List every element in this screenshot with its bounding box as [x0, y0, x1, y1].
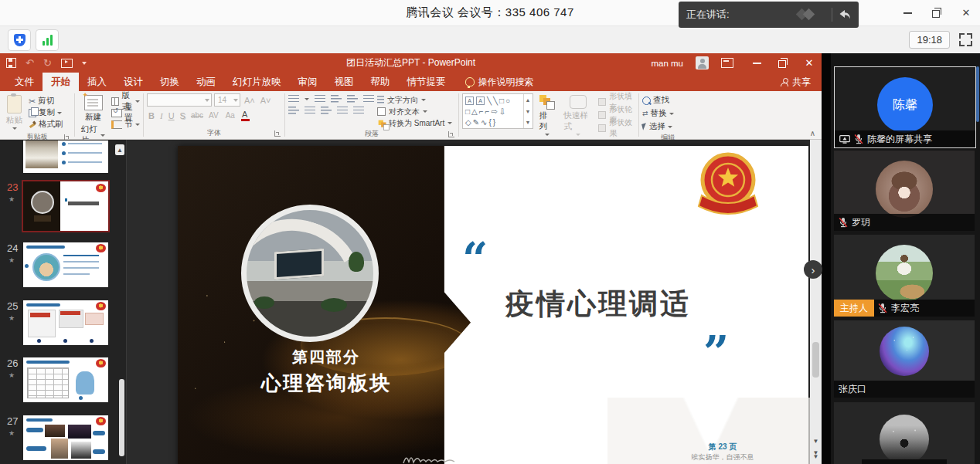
participant-tile-lihongliang[interactable]: 主持人 李宏亮 [834, 235, 975, 317]
collapse-panel-chevron[interactable]: › [804, 260, 822, 279]
tab-view[interactable]: 视图 [326, 73, 362, 91]
scrollbar-thumb[interactable] [812, 342, 819, 378]
slideshow-icon[interactable] [61, 59, 73, 68]
ribbon-display-options-icon[interactable] [721, 58, 733, 68]
line-spacing-icon[interactable] [363, 95, 374, 103]
slide-section-label[interactable]: 第四部分 [195, 347, 458, 367]
bullets-icon[interactable] [288, 95, 299, 103]
find-button[interactable]: 查找 [642, 95, 669, 106]
security-shield-button[interactable] [8, 29, 31, 51]
tell-me-search[interactable]: 操作说明搜索 [465, 73, 534, 91]
underline-button[interactable]: U [167, 111, 176, 120]
slide-main-title[interactable]: 疫情心理调适 [505, 285, 691, 323]
thumbnails-scroll-up[interactable]: ▲ [115, 144, 124, 155]
font-color-button[interactable]: A [240, 110, 250, 121]
align-center-icon[interactable] [305, 107, 315, 115]
qat-dropdown-icon[interactable] [82, 62, 87, 65]
thumbnails-scrollbar[interactable] [119, 379, 124, 456]
shrink-font-button[interactable]: A˅ [259, 96, 273, 105]
smartart-button[interactable]: 转换为 SmartArt [377, 118, 452, 128]
replace-button[interactable]: ⇄替换 [642, 108, 674, 119]
tab-storyboard[interactable]: 情节提要 [399, 73, 454, 91]
italic-button[interactable]: I [158, 111, 165, 120]
columns-icon[interactable] [353, 107, 364, 115]
save-icon[interactable] [6, 58, 16, 68]
tab-slideshow[interactable]: 幻灯片放映 [224, 73, 290, 91]
participants-scrollbar[interactable] [976, 66, 979, 122]
font-dialog-launcher[interactable] [274, 130, 281, 137]
minimize-button[interactable] [901, 7, 914, 19]
section-button[interactable]: 节 [111, 119, 140, 130]
reset-button[interactable]: 重置 [111, 107, 140, 118]
ppt-restore-button[interactable] [777, 57, 789, 69]
bold-button[interactable]: B [147, 111, 156, 120]
share-button[interactable]: 共享 [781, 73, 811, 91]
tab-transitions[interactable]: 切换 [151, 73, 188, 91]
text-direction-button[interactable]: 文字方向 [377, 95, 452, 105]
align-text-button[interactable]: 对齐文本 [377, 107, 452, 117]
fullscreen-icon[interactable] [959, 33, 972, 46]
arrange-button[interactable]: 排列 [536, 93, 558, 137]
close-button[interactable] [960, 7, 972, 19]
tab-home[interactable]: 开始 [43, 73, 79, 91]
change-case-button[interactable]: Aa [224, 111, 238, 120]
numbering-icon[interactable] [315, 95, 325, 103]
now-speaking-banner[interactable]: 正在讲话: [679, 2, 859, 28]
undo-icon[interactable] [26, 57, 34, 69]
ppt-minimize-button[interactable] [750, 57, 763, 69]
slide-canvas[interactable]: 第四部分 心理咨询板块 “ 疫情心理调适 ” [178, 146, 808, 464]
thumbnail-slide-25[interactable] [23, 300, 108, 345]
next-slide-button[interactable]: ▼▼ [810, 451, 822, 459]
return-arrow-icon[interactable] [839, 9, 851, 20]
thumbnail-slide-22-partial[interactable] [23, 141, 108, 173]
decrease-indent-icon[interactable] [331, 95, 342, 103]
thumbnail-slide-23[interactable] [23, 181, 108, 231]
paste-button[interactable]: 粘贴 [3, 93, 26, 131]
restore-button[interactable] [931, 7, 943, 19]
ppt-close-button[interactable] [803, 57, 815, 69]
participant-name: 张庆口 [839, 383, 866, 396]
collapse-ribbon-icon[interactable]: ∧ [810, 129, 815, 137]
slide-section-title[interactable]: 心理咨询板块 [195, 370, 458, 397]
tab-review[interactable]: 审阅 [290, 73, 326, 91]
font-size-select[interactable]: 14 [214, 93, 240, 107]
tab-animations[interactable]: 动画 [188, 73, 224, 91]
participant-tile-luoyue[interactable]: 罗玥 [834, 151, 975, 231]
tab-insert[interactable]: 插入 [79, 73, 115, 91]
shapes-scroll[interactable]: ▲▼▼ [523, 94, 533, 128]
thumbnail-slide-26[interactable] [23, 357, 108, 402]
network-signal-button[interactable] [36, 29, 59, 51]
align-left-icon[interactable] [288, 107, 299, 115]
paragraph-dialog-launcher[interactable] [448, 131, 454, 137]
section-icon [111, 120, 122, 129]
justify-icon[interactable] [337, 107, 348, 115]
tab-file[interactable]: 文件 [6, 73, 43, 91]
shapes-gallery[interactable]: AA╲╲□○ □△⌐⌐⇨⇩ ◇✎∿{} ▲▼▼ [462, 93, 533, 129]
tab-design[interactable]: 设计 [115, 73, 151, 91]
format-painter-button[interactable]: 格式刷 [29, 119, 63, 130]
tab-help[interactable]: 帮助 [362, 73, 399, 91]
thumbnail-slide-24[interactable] [23, 242, 108, 287]
scroll-down-arrow[interactable]: ▼ [810, 438, 822, 445]
character-spacing-button[interactable]: AV [207, 111, 222, 120]
cut-button[interactable]: 剪切 [29, 96, 63, 107]
participant-tile-chenxin[interactable]: 陈馨 陈馨的屏幕共享 [834, 66, 976, 148]
copy-button[interactable]: 复制 [29, 107, 63, 118]
participant-tile-partial[interactable] [834, 402, 975, 464]
shape-effects-button[interactable]: 形状效果 [598, 123, 635, 134]
strikethrough-button[interactable]: abc [189, 111, 205, 120]
increase-indent-icon[interactable] [347, 95, 358, 103]
ppt-vertical-scrollbar[interactable]: › ▼ ▼▼ [810, 140, 822, 464]
account-avatar[interactable] [696, 56, 709, 69]
font-name-select[interactable] [147, 93, 212, 107]
account-name[interactable]: man mu [651, 59, 683, 68]
select-button[interactable]: 选择 [642, 121, 672, 132]
text-shadow-button[interactable]: S [179, 111, 187, 120]
slide-page-number: 第 23 页 [672, 442, 773, 452]
quick-styles-button[interactable]: 快速样式 [561, 93, 595, 137]
redo-icon[interactable] [43, 57, 52, 69]
align-right-icon[interactable] [321, 107, 332, 115]
participant-tile-zhangqing[interactable]: 张庆口 [834, 320, 975, 398]
thumbnail-slide-27[interactable] [23, 415, 108, 460]
grow-font-button[interactable]: A˄ [243, 96, 257, 105]
